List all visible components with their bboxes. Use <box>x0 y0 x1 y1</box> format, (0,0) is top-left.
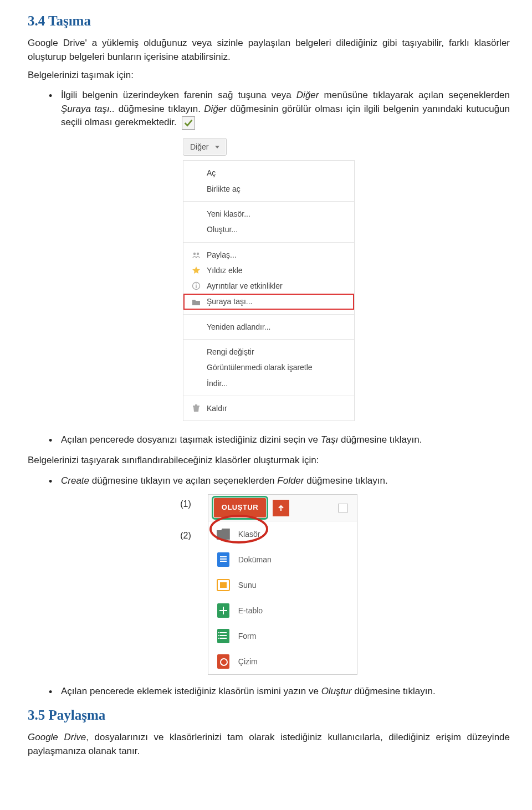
menu-item-label: Şuraya taşı... <box>207 296 252 307</box>
create-menu-label: Form <box>238 630 257 642</box>
create-menu-label: E-tablo <box>238 605 263 616</box>
olustur-panel: OLUŞTUR KlasörDokümanSunuE-tabloFormÇizi… <box>208 494 357 675</box>
diger-button-label: Diğer <box>190 141 208 152</box>
menu-item-label: Rengi değiştir <box>207 346 254 357</box>
menu-item[interactable]: Birlikte aç <box>183 181 354 197</box>
menu-item[interactable]: Aç <box>183 165 354 181</box>
olustur-screenshot-area: (1) (2) OLUŞTUR KlasörDokümanSunuE-tablo… <box>28 494 510 675</box>
menu-item[interactable]: Kaldır <box>183 401 354 416</box>
bullet-olustur: Açılan pencerede eklemek istediğiniz kla… <box>49 685 510 699</box>
star-icon <box>191 265 201 275</box>
intro-paragraph-2: Belgelerinizi taşımak için: <box>28 69 510 83</box>
create-menu-item[interactable]: E-tablo <box>208 598 357 623</box>
create-menu-label: Çizim <box>238 656 258 667</box>
upload-button[interactable] <box>273 500 289 516</box>
sheet-icon <box>216 603 231 618</box>
menu-item-label: Yıldız ekle <box>207 265 243 276</box>
menu-item-label: Yeniden adlandır... <box>207 321 270 332</box>
menu-item[interactable]: Paylaş... <box>183 247 354 263</box>
svg-point-4 <box>196 284 197 285</box>
menu-item[interactable]: Yeni klasör... <box>183 206 354 222</box>
menu-item[interactable]: Rengi değiştir <box>183 344 354 360</box>
checkbox-graphic <box>182 116 195 130</box>
chevron-down-icon <box>215 146 219 148</box>
create-menu-item[interactable]: Form <box>208 623 357 649</box>
section-heading-tasima: 3.4 Taşıma <box>28 11 510 31</box>
create-menu-label: Klasör <box>238 529 260 540</box>
create-menu-label: Doküman <box>238 554 272 565</box>
menu-item-label: Görüntülenmedi olarak işaretle <box>207 362 313 373</box>
menu-item[interactable]: İndir... <box>183 376 354 391</box>
menu-item-label: Birlikte aç <box>207 183 241 194</box>
intro-paragraph-3: Belgelerinizi taşıyarak sınıflandırabile… <box>28 454 510 468</box>
create-menu-item[interactable]: Çizim <box>208 649 357 674</box>
menu-item-label: Oluştur... <box>207 224 238 235</box>
menu-item[interactable]: Oluştur... <box>183 222 354 237</box>
form-icon <box>216 629 231 643</box>
callout-2: (2) <box>180 529 191 542</box>
share-icon <box>191 250 201 260</box>
svg-rect-3 <box>196 285 197 288</box>
bullet-create-folder: Create düğmesine tıklayın ve açılan seçe… <box>49 474 510 488</box>
info-icon <box>191 281 201 291</box>
svg-point-0 <box>193 253 196 255</box>
menu-item-label: Paylaş... <box>207 249 237 260</box>
create-menu-item[interactable]: Doküman <box>208 547 357 572</box>
svg-point-1 <box>197 253 199 255</box>
folder-icon <box>216 527 231 541</box>
bullet-tasi: Açılan pencerede dosyanızı taşımak isted… <box>49 433 510 447</box>
callout-1: (1) <box>180 498 191 510</box>
section-heading-paylasma: 3.5 Paylaşma <box>28 705 510 725</box>
blank-box-icon <box>338 504 348 512</box>
diger-menu-screenshot: Diğer AçBirlikte aç Yeni klasör...Oluştu… <box>183 138 355 421</box>
doc-icon <box>216 552 231 567</box>
menu-item[interactable]: Görüntülenmedi olarak işaretle <box>183 360 354 375</box>
bullet-tasimak: İlgili belgenin üzerindeyken farenin sağ… <box>49 89 510 130</box>
olustur-button[interactable]: OLUŞTUR <box>214 498 266 517</box>
menu-item-label: Yeni klasör... <box>207 208 250 219</box>
menu-item-label: Ayrıntılar ve etkinlikler <box>207 280 283 291</box>
menu-item-label: Kaldır <box>207 403 227 414</box>
diger-dropdown-button[interactable]: Diğer <box>183 138 227 156</box>
menu-item[interactable]: Ayrıntılar ve etkinlikler <box>183 278 354 294</box>
menu-item-label: Aç <box>207 167 216 178</box>
create-menu-item[interactable]: Klasör <box>208 521 357 547</box>
create-menu-item[interactable]: Sunu <box>208 572 357 598</box>
menu-item[interactable]: Yeniden adlandır... <box>183 319 354 335</box>
trash-icon <box>191 403 201 413</box>
callout-numbers: (1) (2) <box>180 494 191 542</box>
menu-item[interactable]: Şuraya taşı... <box>183 294 354 309</box>
draw-icon <box>216 654 231 669</box>
folder-icon <box>191 297 201 307</box>
menu-item[interactable]: Yıldız ekle <box>183 263 354 278</box>
slide-icon <box>216 578 231 592</box>
diger-menu-panel: AçBirlikte aç Yeni klasör...Oluştur... P… <box>183 160 355 421</box>
menu-item-label: İndir... <box>207 378 228 389</box>
create-menu-label: Sunu <box>238 580 257 591</box>
intro-paragraph-1: Google Drive' a yüklemiş olduğunuz veya … <box>28 37 510 64</box>
paylasma-paragraph: Google Drive, dosyalarınızı ve klasörler… <box>28 731 510 758</box>
